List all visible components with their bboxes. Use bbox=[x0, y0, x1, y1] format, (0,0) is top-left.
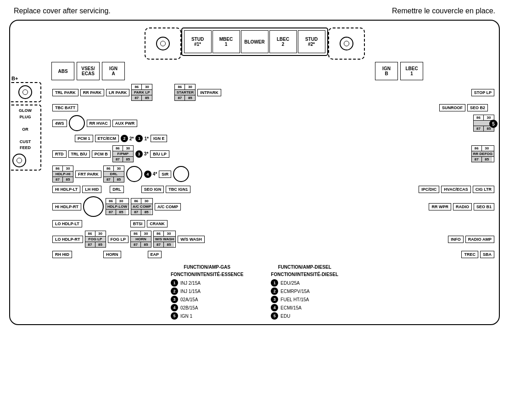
int-park-label: INTPARK bbox=[197, 89, 221, 96]
fog-lp-relay: 8630 FOG LP 8785 bbox=[85, 231, 106, 248]
row-10: LO HDLP-RT 8630 FOG LP 8785 FOG LP 8630 bbox=[52, 231, 494, 248]
hdlp-hi-relay: 8630 HDLP-HI 8785 bbox=[52, 166, 73, 182]
diesel-label-1: EDU/25A bbox=[280, 281, 300, 286]
stud2-box: STUD#2* bbox=[298, 30, 325, 53]
glow-section: GLOWPLUGORCUSTFEED bbox=[9, 105, 41, 171]
ign-a-box: IGNA bbox=[102, 62, 125, 80]
diesel-label-4: ECMI/15A bbox=[280, 305, 302, 310]
diagram-rows: TRL PARK RR PARK LR PARK 8630 PARK LP 87… bbox=[15, 84, 494, 260]
gas-item-2: 2 INJ 1/15A bbox=[171, 287, 243, 295]
bu-lp-label: B/U LP bbox=[150, 150, 169, 158]
top-relay-group-1: STUD#1* MBEC1 BLOWER LBEC2 STUD#2* bbox=[181, 28, 328, 56]
lo-hdlp-rt-label: LO HDLP-RT bbox=[52, 236, 83, 243]
gas-label-5: IGN 1 bbox=[180, 314, 192, 319]
vses-box: VSES/ECAS bbox=[77, 62, 100, 80]
horn-relay: 8630 HORN 8785 bbox=[130, 231, 151, 248]
ipc-dic-label: IPC/DIC bbox=[419, 186, 439, 193]
tbc-batt-label: TBC BATT bbox=[52, 104, 78, 111]
diesel-item-3: 3 FUEL HT/15A bbox=[271, 296, 338, 303]
hdlp-low-relay: 8630 HDLP-LOW 8785 bbox=[106, 198, 129, 215]
num5-circle: 5 bbox=[489, 120, 498, 128]
trl-bu-label: TRL B/U bbox=[68, 150, 90, 158]
row-2: TBC BATT SUNROOF SEO B2 bbox=[52, 104, 494, 111]
gas-num-5: 5 bbox=[171, 312, 178, 320]
num4-icon: 4 bbox=[144, 171, 151, 178]
fpmp-relay: 8630 F/PMP 8785 bbox=[112, 145, 134, 162]
stud-connector-left bbox=[145, 28, 181, 60]
num3-icon: 3 bbox=[135, 150, 143, 158]
diesel-title-2: FONCTION/INTENSITÉ-DIESEL bbox=[271, 272, 338, 277]
btsi-label: BTSI bbox=[130, 220, 145, 227]
hi-hdlp-rt-label: HI HDLP-RT bbox=[52, 203, 81, 210]
diesel-label-3: FUEL HT/15A bbox=[280, 297, 309, 302]
diesel-item-4: 4 ECMI/15A bbox=[271, 304, 338, 311]
ign-b-box: IGNB bbox=[375, 62, 398, 80]
gas-num-1: 1 bbox=[171, 279, 178, 287]
diesel-label-2: ECMRPV/15A bbox=[280, 289, 309, 294]
rr-hvac-label: RR HVAC bbox=[87, 120, 111, 127]
gas-label-4: 02B/15A bbox=[180, 305, 198, 310]
circle-1 bbox=[69, 115, 85, 131]
gas-item-3: 3 02A/15A bbox=[171, 296, 243, 303]
crank-label: CRANK bbox=[147, 220, 168, 227]
starter-relay: 8630 STARTER 8785 bbox=[174, 84, 196, 101]
diesel-num-3: 3 bbox=[271, 296, 278, 303]
gas-title-1: FUNCTION/AMP-GAS bbox=[171, 265, 243, 270]
aux-pwr-label: AUX PWR bbox=[112, 120, 138, 127]
diesel-num-5: 5 bbox=[271, 312, 278, 320]
diesel-num-2: 2 bbox=[271, 287, 278, 295]
lbec1-box: LBEC1 bbox=[400, 62, 423, 80]
num4-group: 4 4* bbox=[144, 171, 157, 178]
diesel-num-1: 1 bbox=[271, 279, 278, 287]
second-row: ABS VSES/ECAS IGNA IGNB LBEC1 bbox=[15, 62, 494, 80]
trec-label: TREC bbox=[461, 251, 478, 258]
sir-label: SIR bbox=[159, 171, 171, 178]
circle-2 bbox=[126, 166, 142, 182]
row-3: 4WS RR HVAC AUX PWR 8630 bbox=[52, 115, 494, 132]
stud-circle-left bbox=[156, 37, 170, 50]
abs-box: ABS bbox=[51, 62, 74, 80]
gas-label-2: INJ 1/15A bbox=[180, 289, 201, 294]
cig-ltr-label: CIG LTR bbox=[473, 186, 494, 193]
tbc-ign1-label: TBC IGN1 bbox=[166, 186, 190, 193]
ac-comp-label: A/C COMP bbox=[155, 203, 181, 210]
drl-label: DRL bbox=[110, 186, 124, 193]
row-4: PCM 1 ETC/ECM 2 2* 1 1* IGN E bbox=[52, 135, 494, 142]
num1-label: 1* bbox=[144, 136, 148, 141]
gas-label-3: 02A/15A bbox=[180, 297, 198, 302]
rr-wpr-label: RR WPR bbox=[429, 203, 451, 210]
ws-wash-label: W/S WASH bbox=[178, 236, 205, 243]
rh-hid-label: RH HID bbox=[52, 251, 72, 258]
row-1: TRL PARK RR PARK LR PARK 8630 PARK LP 87… bbox=[52, 84, 494, 101]
ws-label: 4WS bbox=[52, 120, 67, 127]
gas-label-1: INJ 2/15A bbox=[180, 281, 201, 286]
eap-label: EAP bbox=[148, 251, 162, 258]
lr-park-label: LR PARK bbox=[106, 89, 129, 96]
radio-label: RADIO bbox=[453, 203, 472, 210]
row-11: RH HID HORN EAP TREC SBA bbox=[52, 251, 494, 258]
diesel-label-5: EDU bbox=[280, 314, 290, 319]
num4-label: 4* bbox=[153, 171, 157, 177]
right-relay-5: 8630 5 8785 bbox=[473, 115, 494, 132]
trl-park-label: TRL PARK bbox=[52, 89, 78, 96]
etc-ecm-label: ETC/ECM bbox=[95, 135, 119, 142]
rtd-label: RTD bbox=[52, 150, 67, 158]
ws-wash-relay: 8630 W/S WASH 8785 bbox=[153, 231, 176, 248]
circle-3 bbox=[173, 166, 189, 182]
frt-park-label: FRT PARK bbox=[75, 171, 101, 178]
row-8: HI HDLP-RT 8630 HDLP-LOW 8785 8630 bbox=[52, 196, 494, 217]
pcm1-label: PCM 1 bbox=[75, 135, 93, 142]
gas-item-1: 1 INJ 2/15A bbox=[171, 279, 243, 287]
num2-label: 2* bbox=[129, 136, 134, 141]
hi-hdlp-lt-label: HI HDLP-LT bbox=[52, 186, 80, 193]
lbec2-box: LBEC2 bbox=[269, 30, 297, 53]
pcm-b-label: PCM B bbox=[92, 150, 111, 158]
horn-label: HORN bbox=[103, 251, 121, 258]
gas-item-4: 4 02B/15A bbox=[171, 304, 243, 311]
num2-icon: 2 bbox=[121, 135, 128, 142]
gas-item-5: 5 IGN 1 bbox=[171, 312, 243, 320]
mbec1-box: MBEC1 bbox=[213, 30, 240, 53]
sunroof-label: SUNROOF bbox=[439, 104, 465, 111]
page: Replace cover after servicing. Remettre … bbox=[0, 0, 509, 420]
diesel-num-4: 4 bbox=[271, 304, 278, 311]
